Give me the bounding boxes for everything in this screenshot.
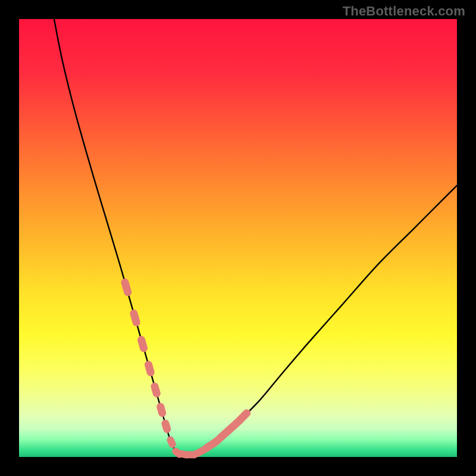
curve-marker	[143, 360, 155, 377]
curve-marker	[129, 309, 141, 327]
curve-marker	[161, 419, 172, 434]
curve-marker	[120, 278, 133, 297]
bottleneck-curve	[54, 19, 457, 455]
chart-frame: TheBottleneck.com	[0, 0, 476, 476]
curve-marker	[156, 402, 167, 418]
curve-marker	[150, 381, 161, 398]
curve-marker	[137, 335, 149, 353]
plot-area	[19, 19, 457, 457]
curve-layer	[19, 19, 457, 457]
watermark-text: TheBottleneck.com	[343, 4, 465, 19]
curve-marker	[166, 435, 177, 449]
curve-markers	[120, 278, 252, 460]
